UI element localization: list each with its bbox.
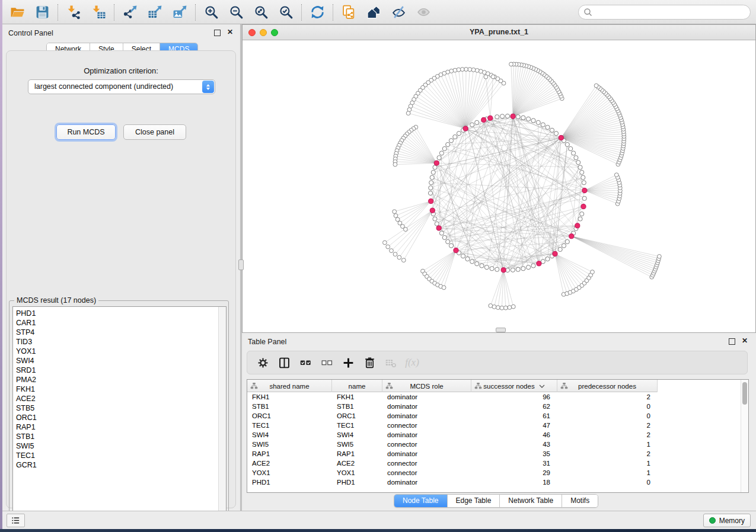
import-network-icon — [66, 5, 81, 20]
table-cell: 47 — [471, 421, 557, 430]
control-panel-close-icon[interactable]: ✕ — [227, 28, 233, 36]
column-header-predecessor-nodes[interactable]: predecessor nodes — [557, 380, 658, 392]
open-session-button[interactable] — [5, 2, 30, 22]
show-panels-button[interactable] — [7, 514, 25, 527]
table-cell: 31 — [471, 459, 557, 468]
run-mcds-button[interactable]: Run MCDS — [56, 124, 116, 140]
save-session-button[interactable] — [30, 2, 55, 22]
table-toolbar: f(x) — [247, 351, 748, 374]
table-cell: dominator — [382, 411, 471, 421]
first-neighbors-button[interactable] — [361, 2, 386, 22]
export-table-icon — [148, 5, 162, 20]
export-image-icon — [173, 5, 187, 20]
delete-column-button[interactable] — [359, 353, 380, 372]
mcds-list-scrollbar[interactable] — [218, 307, 226, 519]
table-row[interactable]: SWI4SWI4dominator462 — [247, 430, 741, 440]
mcds-result-item[interactable]: ORC1 — [13, 413, 226, 422]
main-toolbar — [2, 0, 756, 24]
zoom-in-icon — [204, 5, 219, 20]
mcds-result-item[interactable]: RAP1 — [13, 422, 226, 432]
column-header-name[interactable]: name — [332, 380, 382, 392]
show-columns-button[interactable] — [273, 353, 295, 372]
table-row[interactable]: TEC1TEC1connector472 — [247, 421, 741, 430]
select-all-button[interactable] — [295, 353, 316, 372]
column-header-MCDS-role[interactable]: MCDS role — [382, 380, 471, 392]
memory-button[interactable]: Memory — [703, 514, 751, 527]
mcds-result-item[interactable]: CAR1 — [13, 318, 226, 328]
memory-label: Memory — [719, 517, 745, 525]
zoom-in-button[interactable] — [199, 2, 224, 22]
mcds-result-list[interactable]: PHD1CAR1STP4TID3YOX1SWI4SRD1PMA2FKH1ACE2… — [12, 306, 227, 520]
mcds-result-item[interactable]: SWI4 — [13, 356, 226, 366]
hide-selected-button[interactable] — [386, 2, 411, 22]
select-all-icon — [299, 357, 312, 369]
table-cell: RAP1 — [247, 449, 332, 459]
control-panel-title: Control Panel — [8, 29, 53, 37]
tab-edge-table[interactable]: Edge Table — [448, 495, 500, 507]
table-panel-float-icon[interactable] — [729, 338, 735, 345]
eye-slash-icon — [391, 5, 406, 20]
export-image-button[interactable] — [167, 2, 192, 22]
mcds-result-item[interactable]: TEC1 — [13, 451, 226, 460]
mcds-result-item[interactable]: STB5 — [13, 403, 226, 413]
zoom-selected-button[interactable] — [273, 2, 298, 22]
mcds-result-item[interactable]: SWI5 — [13, 441, 226, 451]
table-cell: 2 — [557, 449, 658, 459]
deselect-all-button[interactable] — [316, 353, 337, 372]
network-canvas[interactable] — [243, 40, 755, 332]
function-icon: f(x) — [405, 357, 419, 368]
table-row[interactable]: PHD1PHD1dominator180 — [247, 477, 741, 487]
column-header-successor-nodes[interactable]: successor nodes — [471, 380, 557, 392]
horizontal-splitter-handle[interactable] — [496, 328, 506, 332]
vertical-splitter-handle[interactable] — [238, 259, 244, 270]
network-overview-button[interactable] — [336, 2, 361, 22]
table-row[interactable]: SWI5SWI5connector431 — [247, 440, 741, 449]
export-network-button[interactable] — [117, 2, 142, 22]
search-box[interactable] — [578, 5, 751, 20]
mcds-result-item[interactable]: PHD1 — [13, 309, 226, 318]
zoom-out-button[interactable] — [224, 2, 248, 22]
table-row[interactable]: ACE2ACE2connector311 — [247, 459, 741, 468]
close-panel-button[interactable]: Close panel — [123, 124, 186, 140]
table-row[interactable]: RAP1RAP1dominator352 — [247, 449, 741, 459]
export-table-button[interactable] — [142, 2, 167, 22]
table-row[interactable]: ORC1ORC1dominator610 — [247, 411, 741, 421]
mcds-result-item[interactable]: YOX1 — [13, 347, 226, 356]
table-cell: 96 — [471, 392, 557, 402]
column-header-shared-name[interactable]: shared name — [247, 380, 332, 392]
refresh-view-button[interactable] — [305, 2, 330, 22]
mcds-result-item[interactable]: STP4 — [13, 328, 226, 337]
tab-motifs[interactable]: Motifs — [562, 495, 598, 507]
mcds-result-item[interactable]: TID3 — [13, 337, 226, 347]
mcds-result-item[interactable]: ACE2 — [13, 394, 226, 403]
show-hidden-button[interactable] — [411, 2, 436, 22]
tab-network-table[interactable]: Network Table — [500, 495, 562, 507]
table-row[interactable]: FKH1FKH1dominator962 — [247, 392, 741, 402]
table-cell: 35 — [471, 449, 557, 459]
table-cell: YOX1 — [247, 468, 332, 477]
mcds-result-item[interactable]: SRD1 — [13, 366, 226, 375]
tab-node-table[interactable]: Node Table — [394, 495, 448, 507]
add-column-button[interactable] — [337, 353, 359, 372]
table-cell: connector — [382, 468, 471, 477]
import-table-button[interactable] — [86, 2, 111, 22]
zoom-fit-button[interactable] — [248, 2, 273, 22]
mcds-result-item[interactable]: STB1 — [13, 432, 226, 441]
table-cell: ORC1 — [247, 411, 332, 421]
memory-status-icon — [709, 517, 716, 524]
table-row[interactable]: STB1STB1dominator620 — [247, 402, 741, 411]
control-panel-float-icon[interactable] — [214, 30, 221, 36]
table-scrollbar-thumb[interactable] — [742, 382, 747, 405]
table-settings-button[interactable] — [252, 353, 273, 372]
criterion-dropdown[interactable]: largest connected component (undirected) — [28, 79, 215, 94]
mcds-result-item[interactable]: PMA2 — [13, 375, 226, 384]
search-input[interactable] — [592, 7, 750, 18]
table-scrollbar[interactable] — [741, 380, 748, 492]
table-row[interactable]: YOX1YOX1connector291 — [247, 468, 741, 477]
mcds-result-item[interactable]: FKH1 — [13, 384, 226, 394]
table-cell: 0 — [557, 411, 658, 421]
import-network-button[interactable] — [61, 2, 86, 22]
mcds-result-item[interactable]: GCR1 — [13, 460, 226, 470]
table-panel-close-icon[interactable]: ✕ — [742, 336, 748, 345]
table-cell: 18 — [471, 477, 557, 487]
